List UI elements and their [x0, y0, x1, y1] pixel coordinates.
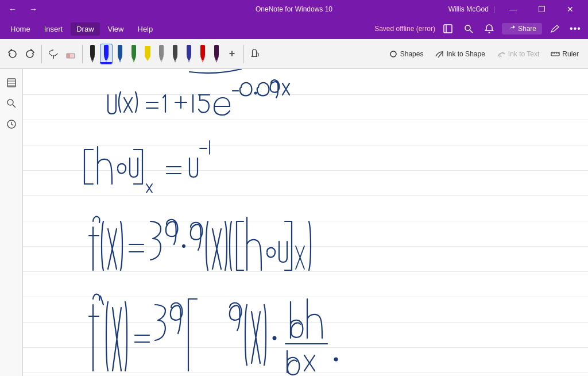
shapes-button[interactable]: Shapes — [384, 47, 428, 61]
share-button[interactable]: Share — [502, 23, 542, 34]
touch-draw-button[interactable] — [247, 44, 264, 64]
svg-marker-33 — [202, 60, 204, 63]
shapes-label: Shapes — [400, 50, 424, 58]
svg-rect-31 — [200, 45, 205, 56]
menu-help[interactable]: Help — [132, 22, 159, 36]
pen-gray[interactable] — [155, 44, 168, 64]
ruler-button[interactable]: Ruler — [546, 47, 583, 61]
sections-icon[interactable] — [2, 74, 21, 92]
svg-point-54 — [334, 358, 338, 362]
menu-home[interactable]: Home — [5, 22, 36, 36]
divider-3 — [243, 45, 244, 63]
forward-button[interactable]: → — [25, 1, 41, 17]
menu-insert[interactable]: Insert — [38, 22, 69, 36]
draw-tools-right: Shapes Ink to Shape A Ink to Text Ruler — [384, 47, 583, 61]
svg-point-2 — [465, 25, 470, 30]
svg-rect-8 — [90, 45, 95, 56]
search-sidebar-icon[interactable] — [2, 94, 21, 113]
svg-marker-21 — [145, 56, 150, 61]
menu-draw[interactable]: Draw — [71, 22, 99, 36]
svg-point-48 — [7, 99, 13, 105]
divider-2 — [82, 45, 83, 63]
svg-marker-36 — [215, 60, 218, 63]
ruler-label: Ruler — [562, 50, 579, 58]
svg-point-51 — [255, 93, 257, 94]
divider-1 — [41, 45, 42, 63]
search-icon[interactable] — [461, 21, 477, 37]
pen-red[interactable] — [196, 44, 209, 64]
svg-rect-20 — [145, 46, 150, 56]
svg-rect-25 — [173, 45, 177, 56]
redo-button[interactable] — [22, 44, 38, 64]
svg-rect-7 — [67, 53, 70, 58]
undo-button[interactable] — [5, 44, 21, 64]
lasso-button[interactable] — [45, 44, 61, 64]
share-label: Share — [518, 25, 536, 33]
svg-line-49 — [13, 105, 16, 108]
titlebar: ← → OneNote for Windows 10 Willis McGod … — [0, 0, 588, 18]
svg-rect-22 — [159, 45, 164, 56]
svg-marker-16 — [119, 60, 121, 63]
pen-black[interactable] — [86, 44, 99, 64]
sidebar — [0, 69, 23, 376]
svg-marker-24 — [160, 60, 163, 63]
svg-line-3 — [470, 30, 473, 33]
svg-point-37 — [390, 51, 396, 57]
svg-marker-27 — [174, 60, 176, 63]
svg-rect-0 — [444, 25, 452, 33]
ink-to-text-label: Ink to Text — [508, 50, 539, 58]
save-status: Saved offline (error) — [374, 25, 435, 33]
pen-dark-blue[interactable] — [114, 44, 126, 64]
pen-blue-selected[interactable] — [100, 44, 113, 64]
svg-rect-17 — [131, 45, 136, 56]
app-title: OneNote for Windows 10 — [256, 5, 332, 13]
ink-to-shape-button[interactable]: Ink to Shape — [430, 47, 489, 61]
svg-rect-28 — [187, 45, 191, 56]
svg-point-4 — [488, 32, 490, 34]
pen-mode-icon[interactable] — [547, 21, 563, 37]
pen-dark-purple[interactable] — [210, 44, 223, 64]
close-button[interactable]: ✕ — [557, 0, 583, 18]
handwritten-equations: .hw { fill: none; stroke: #1a3a7a; strok… — [23, 69, 588, 376]
pen-green[interactable] — [127, 44, 140, 64]
maximize-button[interactable]: ❐ — [528, 0, 555, 18]
menu-view[interactable]: View — [102, 22, 130, 36]
overflow-menu[interactable]: ••• — [567, 21, 583, 37]
svg-marker-19 — [133, 60, 135, 63]
svg-marker-10 — [91, 60, 94, 63]
add-pen-button[interactable]: + — [224, 44, 240, 64]
svg-text:A: A — [499, 54, 502, 58]
lined-paper: .hw { fill: none; stroke: #1a3a7a; strok… — [23, 69, 588, 376]
bell-icon[interactable] — [481, 21, 497, 37]
pen-purple-blue[interactable] — [183, 44, 195, 64]
note-canvas[interactable]: .hw { fill: none; stroke: #1a3a7a; strok… — [23, 69, 588, 376]
username: Willis McGod — [448, 5, 489, 13]
notebook-icon[interactable] — [440, 21, 456, 37]
ink-to-shape-label: Ink to Shape — [446, 50, 485, 58]
svg-rect-34 — [214, 45, 219, 56]
svg-rect-11 — [104, 45, 109, 56]
svg-point-52 — [182, 244, 185, 248]
eraser-button[interactable] — [63, 44, 79, 64]
ink-to-text-button[interactable]: A Ink to Text — [492, 47, 544, 61]
draw-toolbar: + Shapes Ink to Shape A Ink to Text Rule… — [0, 39, 588, 69]
minimize-button[interactable]: — — [500, 0, 526, 18]
svg-point-53 — [273, 336, 277, 340]
recent-sidebar-icon[interactable] — [2, 115, 21, 133]
svg-marker-30 — [188, 60, 190, 63]
highlighter-yellow[interactable] — [141, 44, 154, 64]
back-button[interactable]: ← — [5, 1, 21, 17]
svg-rect-14 — [118, 45, 122, 56]
menubar: Home Insert Draw View Help Saved offline… — [0, 18, 588, 39]
pen-dark-gray[interactable] — [169, 44, 181, 64]
